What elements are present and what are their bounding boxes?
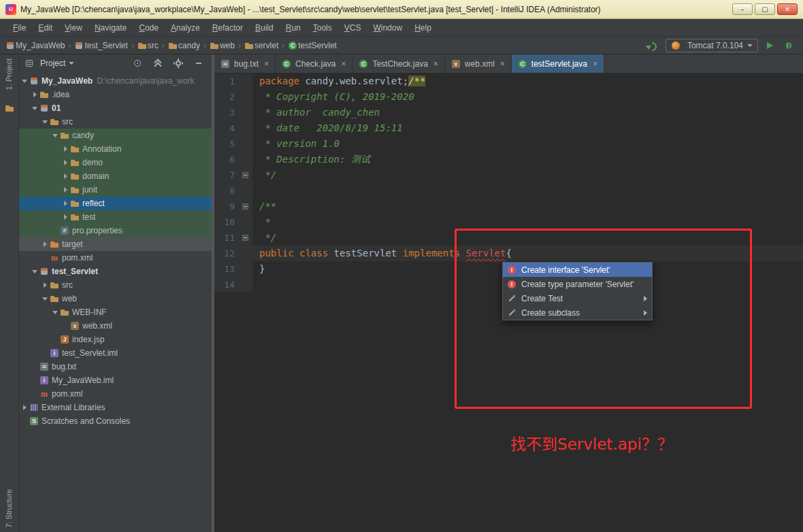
submenu-arrow-icon <box>644 296 647 301</box>
tree-item-junit[interactable]: junit <box>19 183 212 197</box>
code-line-6[interactable]: 6 * Description: 测试 <box>214 152 803 167</box>
menu-refactor[interactable]: Refactor <box>206 23 249 33</box>
breadcrumb-item-testservlet[interactable]: testServlet <box>288 41 337 50</box>
settings-icon[interactable] <box>174 59 183 68</box>
stripe-folder-icon[interactable] <box>5 103 14 113</box>
minimize-button[interactable]: – <box>732 3 753 15</box>
tree-item-target[interactable]: target <box>19 237 212 251</box>
tool-button-structure[interactable]: 7: Structure <box>5 489 13 528</box>
tree-item-test-servlet[interactable]: test_Servlet <box>19 265 212 278</box>
line-number: 8 <box>214 183 235 199</box>
menu-tools[interactable]: Tools <box>307 23 338 33</box>
tree-item-annotation[interactable]: Annotation <box>19 142 212 156</box>
tree-item-pom.xml[interactable]: pom.xml <box>19 387 212 401</box>
menu-run[interactable]: Run <box>280 23 307 33</box>
gutter: 11 <box>214 230 252 246</box>
breadcrumb-item-test-servlet[interactable]: test_Servlet <box>74 41 127 50</box>
window-controls: – ▢ × <box>732 3 798 15</box>
breadcrumb-item-servlet[interactable]: servlet <box>244 41 278 50</box>
locate-icon[interactable] <box>133 59 142 68</box>
code-line-5[interactable]: 5 * version 1.0 <box>214 136 803 152</box>
tree-item-scratches-and-consoles[interactable]: Scratches and Consoles <box>19 414 212 428</box>
menu-window[interactable]: Window <box>367 23 408 33</box>
folder-icon <box>70 158 80 167</box>
tree-item-pro.properties[interactable]: pro.properties <box>19 224 212 237</box>
menu-code[interactable]: Code <box>133 23 165 33</box>
code-line-7[interactable]: 7 */ <box>214 167 803 183</box>
tree-item-src[interactable]: src <box>19 115 212 129</box>
breadcrumb-item-src[interactable]: src <box>137 41 159 50</box>
popup-item-create-subclass[interactable]: Create subclass <box>503 305 652 320</box>
tree-item-bug.txt[interactable]: bug.txt <box>19 360 212 373</box>
code-line-12[interactable]: 12public class testServlet implements Se… <box>214 246 803 261</box>
tree-item-test[interactable]: test <box>19 210 212 224</box>
tab-web.xml[interactable]: web.xml× <box>445 54 512 73</box>
code-line-1[interactable]: 1package candy.web.servlet;/** <box>214 73 803 89</box>
tree-item-my-javaweb.iml[interactable]: My_JavaWeb.iml <box>19 373 212 387</box>
collapse-all-icon[interactable] <box>153 59 163 68</box>
hide-icon[interactable] <box>194 59 203 68</box>
tree-item-test-servlet.iml[interactable]: test_Servlet.iml <box>19 346 212 360</box>
code-line-4[interactable]: 4 * date 2020/8/19 15:11 <box>214 120 803 136</box>
tree-item-external-libraries[interactable]: External Libraries <box>19 401 212 414</box>
tool-button-project[interactable]: 1: Project <box>5 59 13 90</box>
tree-item-domain[interactable]: domain <box>19 169 212 183</box>
menu-vcs[interactable]: VCS <box>338 23 367 33</box>
code-line-10[interactable]: 10 * <box>214 214 803 230</box>
tree-item-01[interactable]: 01 <box>19 101 212 115</box>
tab-close-icon[interactable]: × <box>433 59 438 69</box>
menu-build[interactable]: Build <box>249 23 280 33</box>
tree-item-web-inf[interactable]: WEB-INF <box>19 305 212 319</box>
close-button[interactable]: × <box>777 3 798 15</box>
tab-bug.txt[interactable]: bug.txt× <box>214 54 276 73</box>
debug-icon[interactable] <box>784 41 793 50</box>
code-line-11[interactable]: 11 */ <box>214 230 803 246</box>
tree-item-web[interactable]: web <box>19 292 212 305</box>
menu-file[interactable]: File <box>7 23 32 33</box>
code-line-9[interactable]: 9/** <box>214 199 803 214</box>
fold-column <box>235 167 252 183</box>
tree-item-pom.xml[interactable]: pom.xml <box>19 251 212 265</box>
green-arrow-icon[interactable] <box>645 40 656 51</box>
menu-navigate[interactable]: Navigate <box>88 23 133 33</box>
tree-item-src[interactable]: src <box>19 278 212 292</box>
popup-item-create-interface-servlet[interactable]: Create interface 'Servlet' <box>503 263 652 277</box>
project-view-selector[interactable]: Project <box>40 59 65 68</box>
tab-testcheck.java[interactable]: TestCheck.java× <box>353 54 444 73</box>
tab-close-icon[interactable]: × <box>341 59 346 69</box>
run-config-combo[interactable]: Tomcat 7.0.104 <box>666 39 758 52</box>
fold-icon[interactable] <box>242 172 248 178</box>
tree-item-candy[interactable]: candy <box>19 129 212 142</box>
breadcrumb-item-candy[interactable]: candy <box>168 41 200 50</box>
tree-item-my-javaweb[interactable]: My_JavaWebD:\chencan\java\java_work <box>19 74 212 88</box>
menu-help[interactable]: Help <box>408 23 438 33</box>
tree-arrow-spacer <box>51 224 60 237</box>
popup-item-create-test[interactable]: Create Test <box>503 291 652 305</box>
run-icon[interactable] <box>765 41 774 50</box>
tab-close-icon[interactable]: × <box>500 59 505 69</box>
code-line-3[interactable]: 3 * author candy_chen <box>214 105 803 120</box>
popup-item-create-type-parameter-servlet[interactable]: Create type parameter 'Servlet' <box>503 277 652 291</box>
tab-close-icon[interactable]: × <box>264 59 269 69</box>
fold-column <box>235 183 252 199</box>
tree-item-index.jsp[interactable]: index.jsp <box>19 333 212 346</box>
code-line-2[interactable]: 2 * Copyright (C), 2019-2020 <box>214 89 803 105</box>
tab-testservlet.java[interactable]: testServlet.java× <box>512 54 604 73</box>
tree-item-web.xml[interactable]: web.xml <box>19 319 212 333</box>
tree-item-.idea[interactable]: .idea <box>19 88 212 101</box>
menu-analyze[interactable]: Analyze <box>165 23 206 33</box>
menu-edit[interactable]: Edit <box>32 23 59 33</box>
tree-item-reflect[interactable]: reflect <box>19 197 212 210</box>
fold-icon[interactable] <box>242 203 248 210</box>
code-line-8[interactable]: 8 <box>214 183 803 199</box>
menu-view[interactable]: View <box>59 23 88 33</box>
breadcrumb-item-my-javaweb[interactable]: My_JavaWeb <box>5 41 65 50</box>
fold-icon[interactable] <box>242 235 248 241</box>
maximize-button[interactable]: ▢ <box>755 3 775 15</box>
tab-close-icon[interactable]: × <box>593 59 597 69</box>
breadcrumb-item-web[interactable]: web <box>210 41 235 50</box>
tree-item-label: pom.xml <box>52 389 82 399</box>
code-segment: package <box>259 76 305 86</box>
tab-check.java[interactable]: Check.java× <box>276 54 353 73</box>
tree-item-demo[interactable]: demo <box>19 156 212 169</box>
